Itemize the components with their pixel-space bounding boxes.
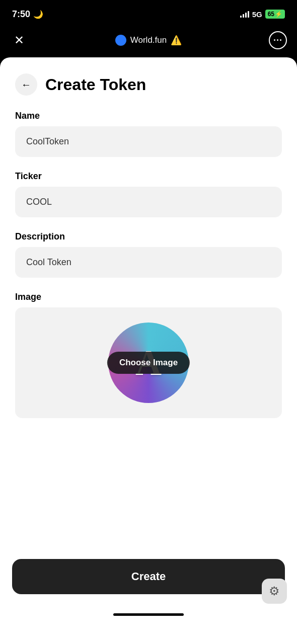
browser-address: World.fun ⚠️ bbox=[28, 35, 269, 46]
battery-badge: 65 ⚡ bbox=[265, 10, 285, 19]
status-time: 7:50 bbox=[12, 9, 30, 20]
page-title: Create Token bbox=[45, 75, 146, 94]
moon-icon: 🌙 bbox=[33, 10, 43, 19]
ticker-label: Ticker bbox=[15, 171, 282, 182]
form-content: Name Ticker Description Image A Choose I… bbox=[0, 106, 297, 503]
name-label: Name bbox=[15, 111, 282, 121]
description-label: Description bbox=[15, 231, 282, 242]
image-upload-area[interactable]: A Choose Image bbox=[15, 307, 282, 418]
settings-icon: ⚙ bbox=[269, 584, 280, 598]
page-header: ← Create Token bbox=[0, 57, 297, 106]
site-name: World.fun bbox=[130, 35, 167, 45]
back-arrow-icon: ← bbox=[21, 79, 31, 90]
site-icon bbox=[115, 35, 126, 46]
back-button[interactable]: ← bbox=[15, 73, 37, 96]
main-content: ← Create Token Name Ticker Description I… bbox=[0, 57, 297, 644]
ticker-field-group: Ticker bbox=[15, 171, 282, 217]
description-input[interactable] bbox=[15, 247, 282, 278]
create-button[interactable]: Create bbox=[12, 559, 285, 594]
status-right: 5G 65 ⚡ bbox=[240, 10, 285, 19]
warning-icon: ⚠️ bbox=[171, 35, 182, 46]
settings-fab[interactable]: ⚙ bbox=[262, 579, 287, 604]
more-button[interactable]: ··· bbox=[269, 31, 287, 49]
image-field-group: Image A Choose Image bbox=[15, 292, 282, 418]
name-input[interactable] bbox=[15, 126, 282, 157]
name-field-group: Name bbox=[15, 111, 282, 157]
image-preview: A Choose Image bbox=[108, 323, 189, 403]
browser-bar: ✕ World.fun ⚠️ ··· bbox=[0, 26, 297, 57]
home-indicator bbox=[0, 609, 297, 624]
description-field-group: Description bbox=[15, 231, 282, 278]
close-button[interactable]: ✕ bbox=[10, 31, 28, 49]
status-bar: 7:50 🌙 5G 65 ⚡ bbox=[0, 0, 297, 26]
signal-icon bbox=[240, 11, 249, 18]
create-btn-container: Create bbox=[0, 559, 297, 609]
home-bar bbox=[113, 613, 184, 616]
network-label: 5G bbox=[252, 10, 262, 19]
image-label: Image bbox=[15, 292, 282, 302]
choose-image-button[interactable]: Choose Image bbox=[107, 352, 190, 374]
ticker-input[interactable] bbox=[15, 187, 282, 217]
